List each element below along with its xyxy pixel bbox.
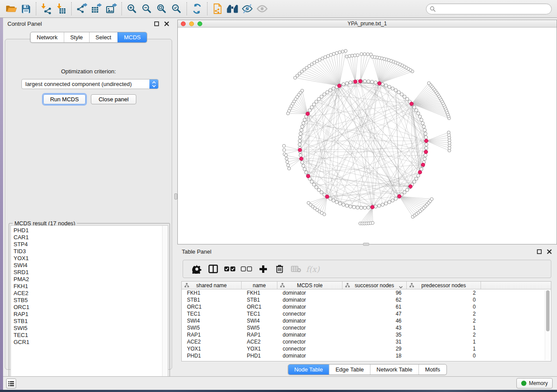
ring-node[interactable] [370,80,374,84]
ring-node[interactable] [425,143,428,146]
ring-node[interactable] [363,79,367,83]
tab-select[interactable]: Select [89,32,118,42]
leaf-node[interactable] [286,161,289,164]
import-table-button[interactable] [54,1,69,16]
refresh-button[interactable] [190,1,204,16]
tab-network[interactable]: Network [31,32,64,42]
search-input[interactable] [438,6,548,12]
leaf-node[interactable] [363,53,366,56]
ring-node[interactable] [397,91,401,94]
column-header-MCDS-role[interactable]: MCDS role [277,282,343,289]
mcds-node-item[interactable]: STB5 [11,297,168,304]
leaf-node[interactable] [335,52,338,55]
ring-node[interactable] [421,121,425,125]
mcds-node-item[interactable]: ACE2 [11,290,168,297]
ring-node[interactable] [301,161,304,164]
mcds-hub-node[interactable] [325,195,329,198]
table-row[interactable]: PHD1PHD1dominator180 [182,352,551,359]
ring-node[interactable] [312,183,316,186]
ring-node[interactable] [302,164,305,168]
float-panel-icon[interactable] [536,248,543,255]
table-row[interactable]: ACE2ACE2connector311 [182,338,551,345]
ring-node[interactable] [304,171,308,174]
ring-node[interactable] [394,89,398,92]
ring-node[interactable] [423,157,426,161]
run-mcds-button[interactable]: Run MCDS [43,94,86,104]
ring-node[interactable] [329,197,332,200]
leaf-node[interactable] [283,144,286,148]
close-panel-icon[interactable] [163,21,170,27]
ring-node[interactable] [332,199,336,202]
leaf-node[interactable] [329,53,332,56]
ring-node[interactable] [424,136,428,139]
ring-node[interactable] [416,174,420,178]
export-network-button[interactable] [74,1,89,16]
mcds-hub-node[interactable] [398,195,401,198]
horizontal-splitter-handle[interactable] [363,243,369,246]
ring-node[interactable] [405,188,409,192]
ring-node[interactable] [302,121,305,125]
ring-node[interactable] [301,125,304,128]
table-row[interactable]: RAP1RAP1dominator352 [182,331,551,338]
mcds-result-list[interactable]: PHD1CAR1STP4TID3YOX1SWI4SRD1PMA2FKH1ACE2… [10,225,168,384]
leaf-node[interactable] [366,53,369,56]
close-panel-icon[interactable] [546,248,553,255]
ring-node[interactable] [298,136,302,139]
ring-node[interactable] [405,97,409,101]
leaf-node[interactable] [285,157,288,160]
leaf-node[interactable] [427,82,430,85]
leaf-node[interactable] [332,52,336,55]
ring-node[interactable] [299,154,302,157]
node-table[interactable]: shared namenameMCDS rolesuccessor nodesp… [181,281,551,361]
mcds-node-item[interactable]: SRD1 [11,269,168,276]
leaf-node[interactable] [294,76,297,79]
table-row[interactable]: ORC1ORC1dominator610 [182,303,551,310]
ring-node[interactable] [317,188,321,192]
ring-node[interactable] [323,93,326,96]
mcds-hub-node[interactable] [377,82,381,85]
minimize-window-icon[interactable] [189,21,194,26]
ring-node[interactable] [415,177,418,181]
ring-node[interactable] [317,97,321,101]
open-file-button[interactable] [3,1,18,16]
mcds-list-scrollbar[interactable] [162,226,168,383]
table-row[interactable]: YOX1YOX1connector291 [182,345,551,352]
function-builder-button[interactable]: f(x) [304,261,321,277]
table-scrollbar[interactable] [545,290,550,360]
ring-node[interactable] [391,87,394,90]
tab-node-table[interactable]: Node Table [288,364,329,375]
mcds-hub-node[interactable] [358,79,362,83]
mcds-node-item[interactable]: PMA2 [11,276,168,283]
delete-table-button[interactable] [288,261,304,277]
mcds-node-item[interactable]: PHD1 [11,227,168,234]
ring-node[interactable] [424,154,427,157]
network-canvas[interactable] [178,28,557,244]
import-network-button[interactable] [39,1,54,16]
ring-node[interactable] [320,95,323,99]
mcds-hub-node[interactable] [421,163,425,166]
leaf-node[interactable] [344,49,347,52]
splitter-handle[interactable] [174,193,177,199]
ring-node[interactable] [423,128,426,132]
ring-node[interactable] [403,191,406,194]
leaf-node[interactable] [326,55,329,58]
mcds-hub-node[interactable] [300,157,303,160]
delete-column-button[interactable] [271,261,288,277]
leaf-node[interactable] [323,213,326,216]
ring-node[interactable] [329,89,332,92]
close-window-icon[interactable] [181,21,186,26]
mcds-hub-node[interactable] [306,174,310,178]
optimization-criterion-select[interactable]: largest connected component (undirected) [21,79,159,89]
ring-node[interactable] [308,109,311,112]
show-all-button[interactable] [255,1,270,16]
export-table-button[interactable] [89,1,104,16]
ring-node[interactable] [353,206,356,209]
ring-node[interactable] [325,91,329,94]
ring-node[interactable] [298,139,301,143]
memory-button[interactable]: Memory [516,378,553,389]
table-row[interactable]: SWI5SWI5connector431 [182,324,551,331]
ring-node[interactable] [349,205,352,208]
ring-node[interactable] [391,199,394,202]
ring-node[interactable] [310,180,314,183]
ring-node[interactable] [363,206,367,210]
